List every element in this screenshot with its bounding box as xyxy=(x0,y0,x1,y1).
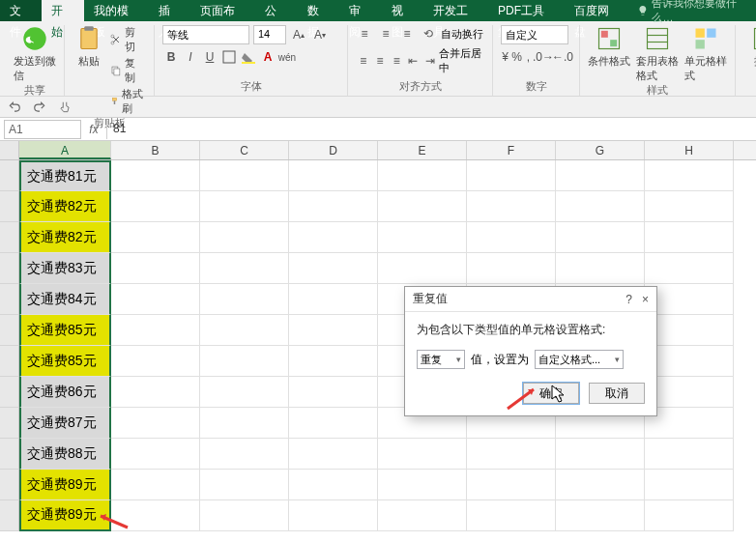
cell[interactable] xyxy=(467,253,556,284)
cell[interactable] xyxy=(645,284,734,315)
row-header[interactable] xyxy=(0,470,19,500)
row-header[interactable] xyxy=(0,160,19,191)
dialog-cancel-button[interactable]: 取消 xyxy=(589,383,645,404)
tab-page-layout[interactable]: 页面布局 xyxy=(190,0,255,21)
row-header[interactable] xyxy=(0,284,19,315)
cell[interactable] xyxy=(289,315,378,346)
send-to-wechat-button[interactable]: 发送到微信 xyxy=(14,25,56,83)
row-header[interactable] xyxy=(0,408,19,439)
cell[interactable] xyxy=(289,253,378,284)
col-header-H[interactable]: H xyxy=(645,141,734,159)
tab-review[interactable]: 审阅 xyxy=(339,0,381,21)
undo-button[interactable] xyxy=(6,99,23,116)
cell[interactable] xyxy=(200,284,289,315)
fx-button[interactable]: fx xyxy=(85,123,102,136)
tab-file[interactable]: 文件 xyxy=(0,0,42,21)
tab-formulas[interactable]: 公式 xyxy=(255,0,297,21)
row-header[interactable] xyxy=(0,377,19,408)
cell[interactable] xyxy=(111,408,200,439)
cell[interactable]: 交通费88元 xyxy=(19,439,111,470)
cell[interactable]: 交通费83元 xyxy=(19,253,111,284)
touch-mode-button[interactable] xyxy=(56,99,73,116)
cell[interactable] xyxy=(200,470,289,500)
cell[interactable]: 交通费89元 xyxy=(19,470,111,500)
phonetic-button[interactable]: wén xyxy=(278,48,296,66)
cell[interactable] xyxy=(645,222,734,253)
tab-home[interactable]: 开始 xyxy=(42,0,83,21)
merge-center-button[interactable]: 合并后居中 xyxy=(439,46,484,75)
cut-button[interactable]: 剪切 xyxy=(110,25,146,54)
col-header-B[interactable]: B xyxy=(111,141,200,159)
cell[interactable] xyxy=(645,160,734,191)
increase-font-button[interactable]: A▴ xyxy=(290,26,307,43)
cell[interactable] xyxy=(111,377,200,408)
row-header[interactable] xyxy=(0,253,19,284)
col-header-E[interactable]: E xyxy=(378,141,467,159)
tell-me-search[interactable]: 告诉我你想要做什么… xyxy=(637,0,756,25)
name-box[interactable]: A1 xyxy=(4,120,81,139)
cell[interactable] xyxy=(289,408,378,439)
cell[interactable] xyxy=(111,253,200,284)
cell[interactable] xyxy=(200,315,289,346)
bold-button[interactable]: B xyxy=(162,48,180,66)
cell[interactable] xyxy=(289,222,378,253)
cell[interactable] xyxy=(111,500,200,531)
cell[interactable] xyxy=(556,439,645,470)
tab-view[interactable]: 视图 xyxy=(382,0,423,21)
cell[interactable] xyxy=(645,377,734,408)
tab-developer[interactable]: 开发工具 xyxy=(423,0,488,21)
cell-styles-button[interactable]: 单元格样式 xyxy=(684,25,727,83)
tab-my-templates[interactable]: 我的模板 xyxy=(84,0,149,21)
cell[interactable] xyxy=(111,191,200,222)
cell[interactable] xyxy=(467,500,556,531)
cell[interactable] xyxy=(200,191,289,222)
font-color-button[interactable]: A xyxy=(259,48,276,66)
currency-button[interactable]: ¥ xyxy=(501,48,509,66)
cell[interactable]: 交通费84元 xyxy=(19,284,111,315)
align-middle-button[interactable]: ≡ xyxy=(377,25,394,43)
align-top-button[interactable]: ≡ xyxy=(356,25,373,43)
cell[interactable]: 交通费89元 xyxy=(19,500,111,531)
cell[interactable] xyxy=(111,315,200,346)
cell[interactable] xyxy=(645,253,734,284)
cell[interactable] xyxy=(111,346,200,377)
cell[interactable] xyxy=(111,470,200,500)
tab-pdf-tools[interactable]: PDF工具集 xyxy=(488,0,565,21)
col-header-F[interactable]: F xyxy=(467,141,556,159)
dialog-format-combo[interactable]: 自定义格式... ▾ xyxy=(535,350,624,369)
conditional-format-button[interactable]: 条件格式 xyxy=(588,25,630,69)
cell[interactable] xyxy=(645,439,734,470)
cell[interactable] xyxy=(378,439,467,470)
cell[interactable]: 交通费87元 xyxy=(19,408,111,439)
cell[interactable] xyxy=(200,408,289,439)
cell[interactable]: 交通费82元 xyxy=(19,191,111,222)
row-header[interactable] xyxy=(0,500,19,531)
align-right-button[interactable]: ≡ xyxy=(390,52,404,70)
fill-color-button[interactable] xyxy=(240,48,257,66)
paste-button[interactable]: 粘贴 xyxy=(73,25,104,69)
dialog-titlebar[interactable]: 重复值 ? × xyxy=(405,287,656,312)
decrease-font-button[interactable]: A▾ xyxy=(311,26,329,43)
tab-data[interactable]: 数据 xyxy=(298,0,339,21)
cell[interactable] xyxy=(378,253,467,284)
cell[interactable] xyxy=(289,346,378,377)
cell[interactable] xyxy=(111,284,200,315)
cell[interactable] xyxy=(200,346,289,377)
cell[interactable] xyxy=(289,470,378,500)
cell[interactable] xyxy=(556,160,645,191)
select-all-corner[interactable] xyxy=(0,141,19,159)
cell[interactable] xyxy=(200,160,289,191)
cell[interactable] xyxy=(556,253,645,284)
font-size-combo[interactable]: 14 xyxy=(253,25,286,44)
cell[interactable] xyxy=(378,222,467,253)
format-painter-button[interactable]: 格式刷 xyxy=(110,87,146,116)
tab-insert[interactable]: 插入 xyxy=(149,0,190,21)
cell[interactable] xyxy=(378,470,467,500)
copy-button[interactable]: 复制 xyxy=(110,56,146,85)
format-as-table-button[interactable]: 套用表格格式 xyxy=(636,25,679,83)
cell[interactable]: 交通费85元 xyxy=(19,346,111,377)
col-header-C[interactable]: C xyxy=(200,141,289,159)
border-button[interactable] xyxy=(220,48,238,66)
cell[interactable] xyxy=(200,377,289,408)
underline-button[interactable]: U xyxy=(201,48,218,66)
